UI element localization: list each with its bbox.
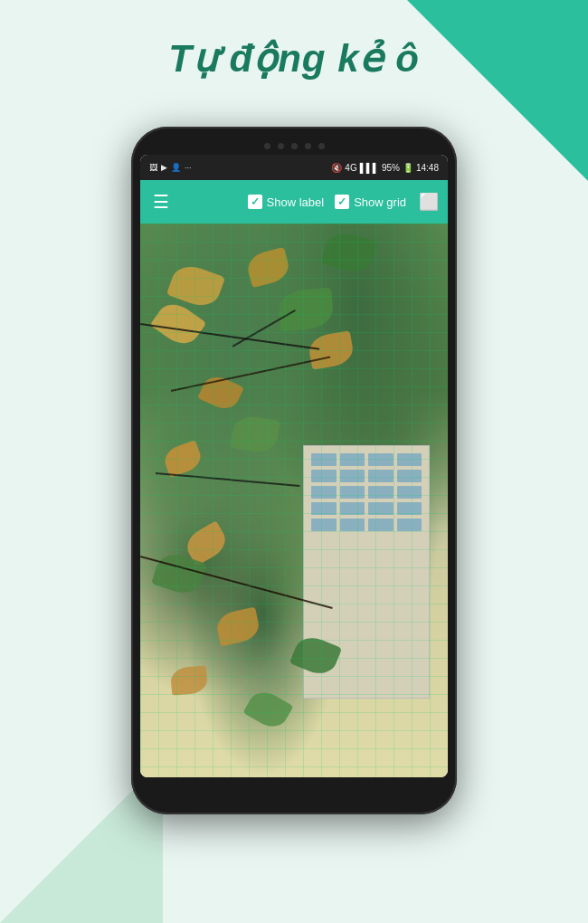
phone-wrapper: 🖼 ▶ 👤 ··· 🔇 4G ▌▌▌ 95% 🔋 14:48 ☰ xyxy=(131,127,457,814)
window-11 xyxy=(368,486,394,499)
window-1 xyxy=(311,453,337,466)
status-right: 🔇 4G ▌▌▌ 95% 🔋 14:48 xyxy=(331,163,439,173)
status-bar: 🖼 ▶ 👤 ··· 🔇 4G ▌▌▌ 95% 🔋 14:48 xyxy=(140,155,448,180)
show-grid-text: Show grid xyxy=(354,195,406,209)
window-7 xyxy=(368,470,394,482)
show-grid-checkmark: ✓ xyxy=(337,195,346,208)
notch-dot-2 xyxy=(278,143,284,149)
show-label-checkmark: ✓ xyxy=(251,195,260,208)
notch-dot-1 xyxy=(264,143,270,149)
window-6 xyxy=(340,470,365,482)
window-19 xyxy=(368,519,394,531)
phone-notch xyxy=(140,143,448,149)
show-label-group[interactable]: ✓ Show label xyxy=(248,195,325,209)
hamburger-icon: ☰ xyxy=(153,192,169,212)
page-title: Tự động kẻ ô xyxy=(0,36,588,81)
phone-screen: 🖼 ▶ 👤 ··· 🔇 4G ▌▌▌ 95% 🔋 14:48 ☰ xyxy=(140,155,448,777)
notch-dot-3 xyxy=(291,143,298,149)
window-9 xyxy=(311,486,337,499)
window-button-icon: ⬜ xyxy=(419,193,439,211)
window-15 xyxy=(368,502,394,515)
building-windows xyxy=(304,446,429,538)
window-16 xyxy=(397,502,422,515)
show-label-text: Show label xyxy=(267,195,325,209)
status-signal: 4G xyxy=(345,163,356,173)
window-13 xyxy=(311,502,337,515)
show-grid-checkbox[interactable]: ✓ xyxy=(335,195,349,209)
image-area xyxy=(140,224,448,777)
window-10 xyxy=(340,486,365,499)
status-battery-icon: 🔋 xyxy=(403,163,413,173)
window-2 xyxy=(340,453,365,466)
app-toolbar: ☰ ✓ Show label ✓ Show grid xyxy=(140,180,448,224)
status-time: 14:48 xyxy=(416,163,439,173)
window-icon[interactable]: ⬜ xyxy=(419,192,439,212)
notch-dot-5 xyxy=(318,143,325,149)
menu-button[interactable]: ☰ xyxy=(149,187,173,216)
status-battery: 95% xyxy=(382,163,400,173)
notch-dot-4 xyxy=(305,143,311,149)
status-mute-icon: 🔇 xyxy=(331,163,342,173)
window-8 xyxy=(397,470,422,482)
phone-bezel: 🖼 ▶ 👤 ··· 🔇 4G ▌▌▌ 95% 🔋 14:48 ☰ xyxy=(131,127,457,814)
window-3 xyxy=(368,453,394,466)
window-5 xyxy=(311,470,337,482)
window-17 xyxy=(311,519,337,531)
show-grid-group[interactable]: ✓ Show grid xyxy=(335,195,406,209)
status-icon-play: ▶ xyxy=(161,163,167,172)
status-bars: ▌▌▌ xyxy=(360,163,379,173)
window-4 xyxy=(397,453,422,466)
window-12 xyxy=(397,486,422,499)
window-14 xyxy=(340,502,365,515)
window-20 xyxy=(397,519,422,531)
status-icon-photo: 🖼 xyxy=(149,163,157,172)
show-label-checkbox[interactable]: ✓ xyxy=(248,195,262,209)
window-18 xyxy=(340,519,365,531)
status-left-icons: 🖼 ▶ 👤 ··· xyxy=(149,163,192,172)
status-icon-dots: ··· xyxy=(185,163,192,172)
status-icon-person: 👤 xyxy=(171,163,181,172)
